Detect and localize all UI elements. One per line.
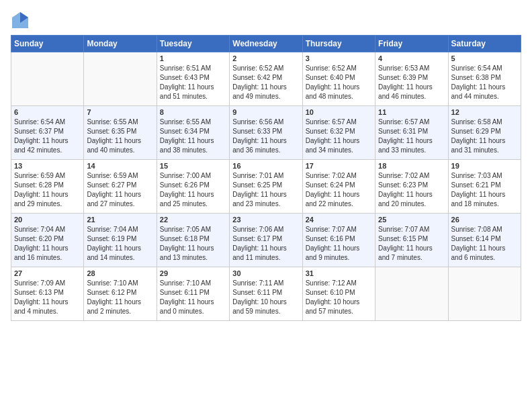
cell-info-line: and 6 minutes. xyxy=(451,253,518,263)
cell-info-line: Sunset: 6:43 PM xyxy=(160,73,226,83)
cell-info-line: Daylight: 11 hours xyxy=(14,298,81,307)
cell-info-line: Sunset: 6:21 PM xyxy=(451,181,518,190)
calendar-cell: 10Sunrise: 6:57 AMSunset: 6:32 PMDayligh… xyxy=(302,106,375,160)
cell-info-line: Daylight: 11 hours xyxy=(378,244,445,253)
calendar-cell xyxy=(11,52,84,106)
cell-info-line: Sunrise: 6:57 AM xyxy=(378,118,445,127)
cell-info-line: and 13 minutes. xyxy=(160,253,226,263)
calendar-table: SundayMondayTuesdayWednesdayThursdayFrid… xyxy=(11,35,521,321)
cell-info-line: Sunset: 6:34 PM xyxy=(160,127,226,136)
day-number: 20 xyxy=(14,216,81,224)
calendar-cell: 17Sunrise: 7:02 AMSunset: 6:24 PMDayligh… xyxy=(302,160,375,214)
logo xyxy=(11,11,32,30)
cell-info-line: and 38 minutes. xyxy=(160,146,226,155)
cell-info-line: Daylight: 11 hours xyxy=(160,136,226,146)
cell-info-line: Sunset: 6:28 PM xyxy=(14,181,81,190)
day-number: 23 xyxy=(232,216,299,224)
calendar-cell: 22Sunrise: 7:05 AMSunset: 6:18 PMDayligh… xyxy=(157,214,229,267)
calendar-cell: 19Sunrise: 7:03 AMSunset: 6:21 PMDayligh… xyxy=(448,160,521,214)
cell-info-line: Sunset: 6:20 PM xyxy=(14,234,81,244)
cell-info-line: and 23 minutes. xyxy=(232,199,299,209)
cell-info-line: Daylight: 11 hours xyxy=(87,298,153,307)
cell-info-line: and 57 minutes. xyxy=(306,307,372,316)
cell-info-line: and 29 minutes. xyxy=(14,199,81,209)
cell-info-line: and 2 minutes. xyxy=(87,307,153,316)
cell-info-line: Sunrise: 6:54 AM xyxy=(14,118,81,127)
cell-info-line: Sunrise: 7:11 AM xyxy=(232,279,299,288)
day-number: 22 xyxy=(160,216,226,224)
cell-info-line: Sunrise: 6:55 AM xyxy=(87,118,153,127)
cell-info-line: Sunset: 6:38 PM xyxy=(451,73,518,83)
cell-info-line: Daylight: 11 hours xyxy=(451,83,518,92)
cell-info-line: Sunrise: 6:55 AM xyxy=(160,118,226,127)
cell-info-line: Sunset: 6:12 PM xyxy=(87,288,153,298)
cell-info-line: and 34 minutes. xyxy=(306,146,372,155)
day-number: 26 xyxy=(451,216,518,224)
day-number: 7 xyxy=(87,108,153,116)
day-number: 11 xyxy=(378,108,445,116)
cell-info-line: Daylight: 10 hours xyxy=(232,298,299,307)
calendar-cell: 5Sunrise: 6:54 AMSunset: 6:38 PMDaylight… xyxy=(448,52,521,106)
cell-info-line: Sunrise: 7:06 AM xyxy=(232,225,299,234)
cell-info-line: and 14 minutes. xyxy=(87,253,153,263)
cell-info-line: Daylight: 11 hours xyxy=(14,190,81,199)
cell-info-line: and 27 minutes. xyxy=(87,199,153,209)
cell-info-line: Sunrise: 6:59 AM xyxy=(14,171,81,181)
calendar-cell: 6Sunrise: 6:54 AMSunset: 6:37 PMDaylight… xyxy=(11,106,84,160)
calendar-cell: 26Sunrise: 7:08 AMSunset: 6:14 PMDayligh… xyxy=(448,214,521,267)
cell-info-line: Sunrise: 7:00 AM xyxy=(160,171,226,181)
cell-info-line: Sunrise: 6:54 AM xyxy=(451,64,518,73)
cell-info-line: Sunrise: 6:52 AM xyxy=(306,64,372,73)
cell-info-line: Daylight: 11 hours xyxy=(87,190,153,199)
cell-info-line: and 44 minutes. xyxy=(451,92,518,101)
cell-info-line: Daylight: 11 hours xyxy=(160,190,226,199)
cell-info-line: Sunrise: 7:10 AM xyxy=(87,279,153,288)
cell-info-line: Daylight: 11 hours xyxy=(160,298,226,307)
cell-info-line: and 31 minutes. xyxy=(451,146,518,155)
cell-info-line: and 7 minutes. xyxy=(378,253,445,263)
col-header-thursday: Thursday xyxy=(302,36,375,52)
cell-info-line: Sunrise: 7:04 AM xyxy=(87,225,153,234)
cell-info-line: Daylight: 11 hours xyxy=(378,136,445,146)
day-number: 3 xyxy=(306,54,372,62)
day-number: 21 xyxy=(87,216,153,224)
cell-info-line: and 33 minutes. xyxy=(378,146,445,155)
cell-info-line: Sunrise: 7:07 AM xyxy=(306,225,372,234)
calendar-cell: 8Sunrise: 6:55 AMSunset: 6:34 PMDaylight… xyxy=(157,106,229,160)
cell-info-line: and 48 minutes. xyxy=(306,92,372,101)
day-number: 14 xyxy=(87,162,153,170)
col-header-tuesday: Tuesday xyxy=(157,36,229,52)
day-number: 18 xyxy=(378,162,445,170)
cell-info-line: Sunrise: 7:01 AM xyxy=(232,171,299,181)
cell-info-line: and 11 minutes. xyxy=(232,253,299,263)
cell-info-line: Sunset: 6:35 PM xyxy=(87,127,153,136)
cell-info-line: Daylight: 11 hours xyxy=(306,83,372,92)
cell-info-line: Daylight: 11 hours xyxy=(14,244,81,253)
calendar-cell: 14Sunrise: 6:59 AMSunset: 6:27 PMDayligh… xyxy=(84,160,157,214)
cell-info-line: Daylight: 11 hours xyxy=(14,136,81,146)
cell-info-line: and 18 minutes. xyxy=(451,199,518,209)
cell-info-line: Sunset: 6:27 PM xyxy=(87,181,153,190)
day-number: 5 xyxy=(451,54,518,62)
cell-info-line: Sunset: 6:33 PM xyxy=(232,127,299,136)
cell-info-line: and 49 minutes. xyxy=(232,92,299,101)
calendar-cell: 28Sunrise: 7:10 AMSunset: 6:12 PMDayligh… xyxy=(84,267,157,321)
day-number: 9 xyxy=(232,108,299,116)
cell-info-line: Sunset: 6:17 PM xyxy=(232,234,299,244)
calendar-cell: 18Sunrise: 7:02 AMSunset: 6:23 PMDayligh… xyxy=(375,160,448,214)
cell-info-line: Daylight: 11 hours xyxy=(232,244,299,253)
calendar-cell: 24Sunrise: 7:07 AMSunset: 6:16 PMDayligh… xyxy=(302,214,375,267)
cell-info-line: Sunset: 6:40 PM xyxy=(306,73,372,83)
cell-info-line: Sunrise: 6:56 AM xyxy=(232,118,299,127)
cell-info-line: Sunset: 6:37 PM xyxy=(14,127,81,136)
cell-info-line: Sunrise: 7:12 AM xyxy=(306,279,372,288)
calendar-cell: 11Sunrise: 6:57 AMSunset: 6:31 PMDayligh… xyxy=(375,106,448,160)
cell-info-line: Sunset: 6:14 PM xyxy=(451,234,518,244)
calendar-cell: 4Sunrise: 6:53 AMSunset: 6:39 PMDaylight… xyxy=(375,52,448,106)
calendar-cell xyxy=(448,267,521,321)
calendar-cell: 31Sunrise: 7:12 AMSunset: 6:10 PMDayligh… xyxy=(302,267,375,321)
day-number: 1 xyxy=(160,54,226,62)
cell-info-line: Sunrise: 6:58 AM xyxy=(451,118,518,127)
cell-info-line: Sunrise: 6:57 AM xyxy=(306,118,372,127)
cell-info-line: and 51 minutes. xyxy=(160,92,226,101)
